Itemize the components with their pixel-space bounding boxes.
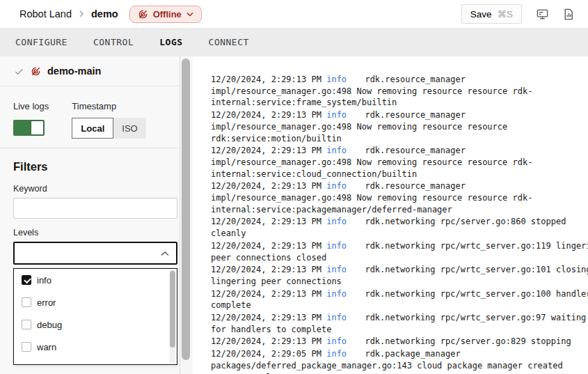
tab[interactable]: CONTROL xyxy=(93,37,134,47)
file-report-icon[interactable] xyxy=(563,8,574,21)
log-level: info xyxy=(326,240,360,252)
level-option[interactable]: warn xyxy=(14,336,177,358)
top-bar: Robot Land demo Offline Save ⌘S xyxy=(0,0,588,28)
level-option-label: error xyxy=(37,297,56,308)
log-timestamp: 12/20/2024, 2:29:13 PM xyxy=(211,110,321,120)
log-entry: 12/20/2024, 2:29:13 PM info rdk.resource… xyxy=(211,180,588,215)
tab-label: LOGS xyxy=(159,37,182,47)
level-option[interactable]: error xyxy=(14,291,177,313)
tab[interactable]: LOGS xyxy=(159,37,182,47)
log-list: 12/20/2024, 2:29:13 PM info rdk.resource… xyxy=(193,56,588,374)
tab-label: CONNECT xyxy=(209,37,249,47)
level-option[interactable]: info xyxy=(14,269,177,291)
log-scrollbar-thumb[interactable] xyxy=(182,59,190,360)
log-logger-name: rdk.resource_manager xyxy=(365,110,466,120)
dropdown-scrollbar-thumb[interactable] xyxy=(170,271,175,348)
checkbox[interactable] xyxy=(22,320,31,329)
timestamp-option-label: ISO xyxy=(122,123,137,134)
log-level: info xyxy=(326,348,360,360)
timestamp-segmented: Local ISO xyxy=(72,118,145,139)
log-logger-name: rdk.networking xyxy=(365,217,435,226)
level-option-label: warn xyxy=(37,342,56,352)
log-timestamp: 12/20/2024, 2:29:13 PM xyxy=(211,217,321,226)
level-option[interactable]: debug xyxy=(14,313,177,336)
log-message: impl/resource_manager.go:498 Now removin… xyxy=(211,157,532,179)
checkbox[interactable] xyxy=(22,297,31,307)
log-message: packages/deferred_package_manager.go:143… xyxy=(211,361,563,374)
log-level: info xyxy=(326,74,360,86)
log-logger-name: rdk.resource_manager xyxy=(365,181,466,191)
machine-part-name: demo-main xyxy=(47,65,101,77)
log-message: impl/resource_manager.go:498 Now removin… xyxy=(211,193,532,215)
log-entry: 12/20/2024, 2:29:13 PM info rdk.networki… xyxy=(211,336,588,348)
chevron-up-icon xyxy=(161,251,169,256)
keyword-input[interactable] xyxy=(13,198,177,219)
log-message: rpc/server.go:829 stopping xyxy=(440,336,571,346)
checkbox[interactable] xyxy=(22,275,31,285)
levels-option-list: info error debug xyxy=(14,269,177,358)
log-logger-name: rdk.networking xyxy=(365,336,435,346)
tab-bar: CONFIGURE CONTROL LOGS CONNECT xyxy=(0,28,588,56)
log-entry: 12/20/2024, 2:29:13 PM info rdk.resource… xyxy=(211,109,588,144)
log-scrollbar-track xyxy=(180,56,193,374)
log-logger-name: rdk.networking xyxy=(365,241,435,251)
log-timestamp: 12/20/2024, 2:29:05 PM xyxy=(211,349,321,359)
timestamp-option-label: Local xyxy=(81,123,104,134)
offline-icon xyxy=(138,9,148,20)
log-logger-name: rdk.networking xyxy=(365,289,435,299)
log-entry: 12/20/2024, 2:29:13 PM info rdk.networki… xyxy=(211,240,588,263)
levels-dropdown: info error debug xyxy=(13,268,177,365)
log-level: info xyxy=(326,312,360,324)
log-level: info xyxy=(326,180,360,192)
breadcrumb-parent[interactable]: Robot Land xyxy=(19,8,72,20)
machine-part-row[interactable]: demo-main xyxy=(0,56,180,86)
log-logger-name: rdk.resource_manager xyxy=(365,75,466,84)
log-entry: 12/20/2024, 2:29:05 PM info rdk.package_… xyxy=(211,348,588,374)
save-shortcut: ⌘S xyxy=(497,8,513,20)
level-option-label: debug xyxy=(37,320,62,330)
tab[interactable]: CONNECT xyxy=(209,37,249,47)
save-label: Save xyxy=(470,9,492,20)
live-logs-toggle[interactable] xyxy=(13,120,45,136)
log-message: impl/resource_manager.go:498 Now removin… xyxy=(211,122,507,143)
log-message: impl/resource_manager.go:498 Now removin… xyxy=(211,86,532,108)
log-timestamp: 12/20/2024, 2:29:13 PM xyxy=(211,336,321,346)
check-icon xyxy=(14,66,24,77)
timestamp-option[interactable]: Local xyxy=(72,118,113,139)
chevron-down-icon xyxy=(186,12,193,17)
log-logger-name: rdk.networking xyxy=(365,313,435,322)
log-timestamp: 12/20/2024, 2:29:13 PM xyxy=(211,146,321,155)
log-timestamp: 12/20/2024, 2:29:13 PM xyxy=(211,265,321,274)
tab-label: CONFIGURE xyxy=(15,37,67,47)
levels-label: Levels xyxy=(13,228,177,237)
log-timestamp: 12/20/2024, 2:29:13 PM xyxy=(211,313,321,322)
logs-sidebar: demo-main Live logs Timestamp Local xyxy=(0,56,180,374)
keyword-label: Keyword xyxy=(13,184,177,194)
timestamp-option[interactable]: ISO xyxy=(113,118,145,139)
log-level: info xyxy=(326,145,360,157)
log-entry: 12/20/2024, 2:29:13 PM info rdk.networki… xyxy=(211,312,588,335)
log-panel: 12/20/2024, 2:29:13 PM info rdk.resource… xyxy=(193,56,588,374)
log-level: info xyxy=(326,288,360,300)
log-logger-name: rdk.resource_manager xyxy=(365,146,466,155)
machine-monitor-icon[interactable] xyxy=(536,8,549,21)
save-button[interactable]: Save ⌘S xyxy=(461,4,522,24)
log-level: info xyxy=(326,216,360,228)
log-level: info xyxy=(326,336,360,348)
log-logger-name: rdk.networking xyxy=(365,265,435,274)
log-timestamp: 12/20/2024, 2:29:13 PM xyxy=(211,181,321,191)
log-level: info xyxy=(326,109,360,121)
tab[interactable]: CONFIGURE xyxy=(15,37,67,47)
breadcrumb: Robot Land demo xyxy=(19,8,118,20)
offline-mini-icon xyxy=(31,66,41,77)
checkbox[interactable] xyxy=(22,342,31,352)
tab-label: CONTROL xyxy=(93,37,134,47)
log-controls: Live logs Timestamp Local ISO xyxy=(0,86,180,148)
filters-title: Filters xyxy=(13,160,177,173)
log-entry: 12/20/2024, 2:29:13 PM info rdk.networki… xyxy=(211,264,588,287)
levels-select[interactable] xyxy=(13,242,177,265)
filters-section: Filters Keyword Levels info xyxy=(0,148,180,365)
toggle-knob xyxy=(31,121,43,134)
log-timestamp: 12/20/2024, 2:29:13 PM xyxy=(211,75,321,84)
status-badge-offline[interactable]: Offline xyxy=(129,6,202,23)
